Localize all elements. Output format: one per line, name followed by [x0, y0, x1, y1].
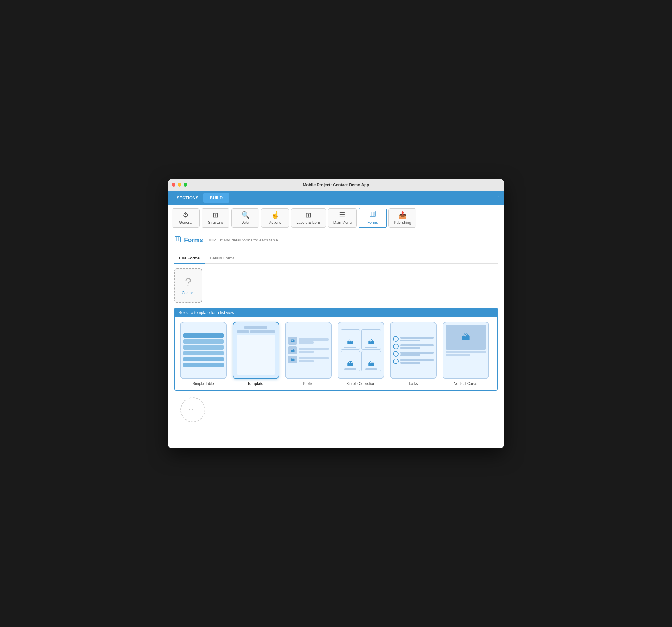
- svg-rect-5: [178, 237, 179, 241]
- contact-card-label: Contact: [182, 291, 194, 295]
- template-card-tasks[interactable]: Tasks: [389, 322, 437, 386]
- mountain-icon-3: 🏔: [347, 360, 353, 368]
- page-description: Build list and detail forms for each tab…: [208, 238, 278, 243]
- mountain-icon-4: 🏔: [368, 360, 374, 368]
- template-selection-section: Select a template for a list view: [174, 308, 498, 391]
- nav-item-general[interactable]: ⚙ General: [172, 208, 200, 227]
- simple-table-mockup: [183, 333, 223, 367]
- question-mark-icon: ?: [185, 276, 191, 289]
- nav-label-structure: Structure: [208, 220, 223, 225]
- template-card-simple-table[interactable]: Simple Table: [179, 322, 227, 386]
- svg-rect-1: [371, 212, 372, 216]
- upload-icon[interactable]: ↑: [498, 195, 500, 201]
- menu-icon: ☰: [339, 211, 345, 219]
- template-label-tasks: Tasks: [408, 381, 418, 386]
- nav-item-actions[interactable]: ☝ Actions: [261, 208, 289, 227]
- nav-item-forms[interactable]: Forms: [359, 208, 387, 228]
- template-card-vertical-cards[interactable]: 🏔 Vertical Cards: [441, 322, 490, 386]
- svg-rect-2: [373, 212, 375, 216]
- page-title: Forms: [184, 236, 203, 244]
- app-window: Mobile Project: Contact Demo App SECTION…: [168, 179, 504, 448]
- template-card-inner-profile: 🏔 🏔: [285, 322, 332, 379]
- bottom-area: ···: [174, 391, 498, 428]
- page-header: Forms Build list and detail forms for ea…: [174, 236, 498, 248]
- nav-label-menu: Main Menu: [333, 220, 352, 225]
- template-grid: Simple Table: [179, 322, 493, 386]
- nav-label-labels: Labels & Icons: [296, 220, 321, 225]
- window-title: Mobile Project: Contact Demo App: [303, 182, 369, 187]
- forms-icon: [369, 210, 376, 219]
- template-grid-container: Simple Table: [174, 317, 498, 391]
- nav-bar: ⚙ General ⊞ Structure 🔍 Data ☝ Actions ⊞…: [168, 205, 504, 231]
- template-card-inner-tasks: [390, 322, 437, 379]
- template-card-inner-simple-collection: 🏔 🏔 🏔: [338, 322, 384, 379]
- template-label-simple-table: Simple Table: [193, 381, 214, 386]
- template-label-vertical-cards: Vertical Cards: [454, 381, 477, 386]
- nav-label-actions: Actions: [269, 220, 281, 225]
- nav-item-main-menu[interactable]: ☰ Main Menu: [328, 208, 357, 227]
- template-mockup: [236, 325, 276, 376]
- forms-header-icon: [174, 236, 181, 244]
- nav-item-structure[interactable]: ⊞ Structure: [201, 208, 230, 227]
- publishing-icon: 📤: [399, 211, 407, 219]
- gear-icon: ⚙: [183, 211, 189, 219]
- sections-label[interactable]: SECTIONS: [172, 196, 203, 200]
- nav-label-general: General: [179, 220, 193, 225]
- template-card-profile[interactable]: 🏔 🏔: [284, 322, 332, 386]
- template-card-inner-vertical-cards: 🏔: [442, 322, 489, 379]
- template-section-header: Select a template for a list view: [174, 308, 498, 317]
- structure-icon: ⊞: [213, 211, 218, 219]
- svg-rect-4: [176, 237, 177, 241]
- labels-icon: ⊞: [306, 211, 311, 219]
- mock-mountain-icon-3: 🏔: [288, 356, 297, 363]
- maximize-button[interactable]: [184, 183, 187, 186]
- data-icon: 🔍: [241, 211, 250, 219]
- build-button[interactable]: BUILD: [203, 193, 229, 203]
- traffic-lights: [172, 183, 187, 186]
- main-toolbar: SECTIONS BUILD ↑: [168, 191, 504, 205]
- template-card-inner-simple-table: [180, 322, 227, 379]
- template-label-profile: Profile: [303, 381, 313, 386]
- nav-label-data: Data: [241, 220, 249, 225]
- mountain-icon-1: 🏔: [347, 338, 353, 346]
- actions-icon: ☝: [271, 211, 280, 219]
- form-tabs: List Forms Details Forms: [174, 253, 498, 264]
- tab-list-forms[interactable]: List Forms: [174, 253, 205, 264]
- dots-placeholder: ···: [181, 397, 205, 422]
- template-label-template: template: [248, 381, 263, 386]
- template-card-template[interactable]: template: [232, 322, 280, 386]
- nav-item-publishing[interactable]: 📤 Publishing: [388, 208, 416, 227]
- mountain-icon-2: 🏔: [368, 338, 374, 346]
- template-card-simple-collection[interactable]: 🏔 🏔 🏔: [337, 322, 385, 386]
- simple-collection-mockup: 🏔 🏔 🏔: [341, 329, 381, 371]
- contact-card[interactable]: ? Contact: [174, 269, 202, 303]
- vertical-cards-mockup: 🏔: [446, 325, 486, 376]
- titlebar: Mobile Project: Contact Demo App: [168, 179, 504, 191]
- nav-label-publishing: Publishing: [394, 220, 411, 225]
- nav-label-forms: Forms: [367, 220, 378, 225]
- contact-cards-list: ? Contact: [174, 269, 498, 303]
- nav-item-labels-icons[interactable]: ⊞ Labels & Icons: [291, 208, 326, 227]
- mock-mountain-icon-1: 🏔: [288, 337, 297, 345]
- profile-mockup: 🏔 🏔: [288, 337, 329, 363]
- svg-rect-0: [370, 211, 376, 217]
- tasks-mockup: [393, 336, 433, 364]
- minimize-button[interactable]: [177, 183, 182, 186]
- mock-mountain-icon-2: 🏔: [288, 346, 297, 354]
- tab-details-forms[interactable]: Details Forms: [205, 253, 239, 264]
- mountain-icon-vcard: 🏔: [462, 332, 470, 342]
- svg-rect-3: [175, 236, 181, 242]
- close-button[interactable]: [172, 183, 175, 186]
- template-label-simple-collection: Simple Collection: [346, 381, 375, 386]
- nav-item-data[interactable]: 🔍 Data: [231, 208, 259, 227]
- content-area: Forms Build list and detail forms for ea…: [168, 231, 504, 448]
- template-card-inner-template: [233, 322, 279, 379]
